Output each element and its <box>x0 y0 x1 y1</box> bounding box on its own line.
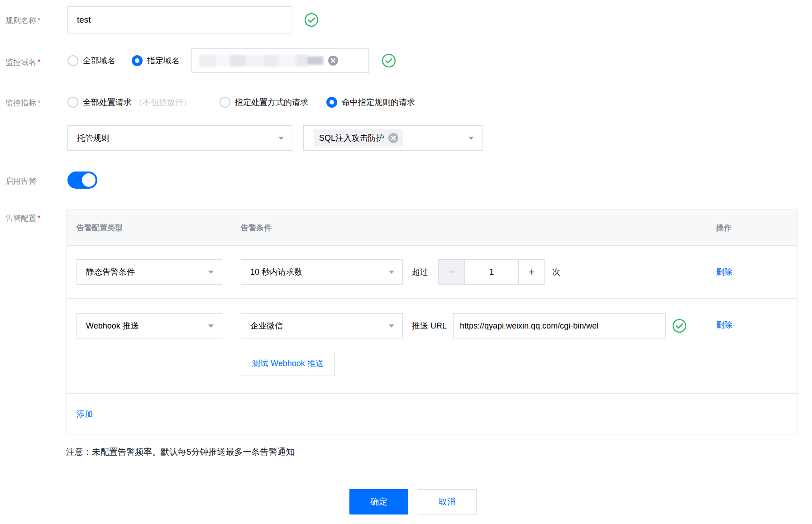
rule-name-input[interactable] <box>67 6 292 33</box>
chevron-down-icon <box>208 324 214 328</box>
confirm-button[interactable]: 确定 <box>349 489 408 514</box>
remove-rule-tag-icon[interactable] <box>388 133 399 143</box>
delete-row-link[interactable]: 删除 <box>716 267 732 276</box>
exceed-label: 超过 <box>412 267 428 277</box>
frequency-note: 注意：未配置告警频率。默认每5分钟推送最多一条告警通知 <box>66 446 295 458</box>
alert-type-select[interactable]: Webhook 推送 <box>76 313 222 338</box>
required-asterisk: * <box>38 214 40 222</box>
radio-circle-icon <box>67 97 78 108</box>
table-header: 告警配置类型 告警条件 操作 <box>67 210 798 246</box>
enable-alert-label: 启用告警 <box>5 176 36 186</box>
chevron-down-icon <box>208 271 214 274</box>
push-url-input[interactable] <box>453 313 666 338</box>
chevron-down-icon <box>468 137 474 140</box>
metric-label: 监控指标* <box>5 98 40 108</box>
radio-circle-checked-icon <box>132 55 143 66</box>
alert-condition-select[interactable]: 10 秒内请求数 <box>241 259 403 285</box>
rule-select[interactable]: SQL注入攻击防护 <box>303 125 482 151</box>
count-input[interactable] <box>465 260 518 284</box>
masked-domain-value <box>199 55 323 67</box>
alert-type-select[interactable]: 静态告警条件 <box>76 259 222 285</box>
table-add-row: 添加 <box>67 394 798 434</box>
radio-hit-specified-rule[interactable]: 命中指定规则的请求 <box>326 97 415 108</box>
radio-all-domains[interactable]: 全部域名 <box>67 55 115 66</box>
stepper-plus-button[interactable]: + <box>518 260 545 284</box>
table-row: Webhook 推送 企业微信 推送 URL 测试 Webhook 推送 <box>67 299 798 394</box>
required-asterisk: * <box>38 58 40 66</box>
domain-select-input[interactable] <box>191 48 369 73</box>
cancel-button[interactable]: 取消 <box>418 489 477 514</box>
test-webhook-button[interactable]: 测试 Webhook 推送 <box>241 351 335 376</box>
rule-name-label: 规则名称* <box>5 15 40 26</box>
table-row: 静态告警条件 10 秒内请求数 超过 − + 次 删除 <box>67 246 798 299</box>
domain-label: 监控域名* <box>5 57 40 67</box>
plus-icon: + <box>528 267 535 277</box>
header-action: 操作 <box>716 223 798 233</box>
radio-circle-checked-icon <box>326 97 337 108</box>
radio-hint: （不包括放行） <box>134 97 191 108</box>
stepper-minus-button[interactable]: − <box>439 260 465 284</box>
radio-circle-icon <box>220 97 230 108</box>
valid-check-icon <box>304 13 319 27</box>
required-asterisk: * <box>38 17 40 24</box>
chevron-down-icon <box>278 137 284 140</box>
enable-alert-toggle[interactable] <box>67 171 97 189</box>
chevron-down-icon <box>389 324 394 328</box>
radio-all-actions[interactable]: 全部处置请求 （不包括放行） <box>67 97 191 108</box>
radio-specified-domain[interactable]: 指定域名 <box>132 55 180 66</box>
delete-row-link[interactable]: 删除 <box>716 320 732 329</box>
radio-circle-icon <box>67 55 78 66</box>
alert-config-table: 告警配置类型 告警条件 操作 静态告警条件 10 秒内请求数 超过 − + 次 <box>66 210 798 434</box>
rule-type-select[interactable]: 托管规则 <box>67 125 292 151</box>
radio-specified-action[interactable]: 指定处置方式的请求 <box>220 97 308 108</box>
toggle-knob <box>82 173 96 187</box>
chevron-down-icon <box>389 271 394 274</box>
count-stepper: − + <box>438 259 545 285</box>
valid-check-icon <box>382 53 396 68</box>
required-asterisk: * <box>38 99 40 107</box>
valid-check-icon <box>672 319 687 333</box>
header-type: 告警配置类型 <box>67 223 241 233</box>
minus-icon: − <box>448 267 454 277</box>
push-url-label: 推送 URL <box>412 320 447 331</box>
header-condition: 告警条件 <box>241 223 716 233</box>
webhook-channel-select[interactable]: 企业微信 <box>241 313 403 338</box>
selected-rule-tag: SQL注入攻击防护 <box>314 129 403 147</box>
unit-label: 次 <box>552 267 560 277</box>
clear-domain-icon[interactable] <box>328 55 339 66</box>
alert-config-label: 告警配置* <box>5 213 40 224</box>
add-config-link[interactable]: 添加 <box>76 409 93 419</box>
